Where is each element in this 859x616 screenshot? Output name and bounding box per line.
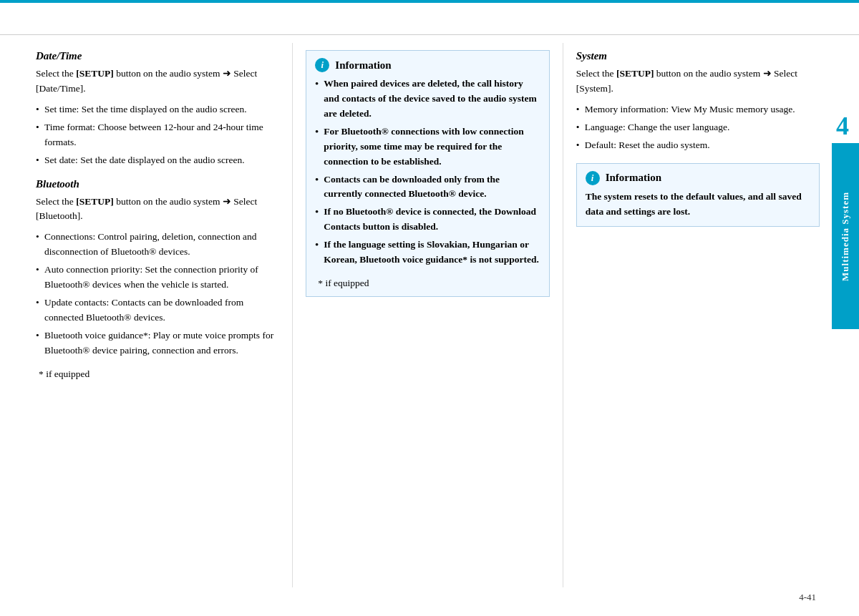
system-info-box: i Information The system resets to the d… [576, 163, 820, 228]
system-bullet-2: Language: Change the user language. [576, 120, 820, 135]
middle-info-box: i Information When paired devices are de… [306, 50, 549, 297]
datetime-bullets: Set time: Set the time displayed on the … [36, 102, 279, 168]
top-accent-line [0, 0, 859, 3]
system-bullet-3: Default: Reset the audio system. [576, 138, 820, 153]
middle-info-header: i Information [315, 58, 540, 72]
middle-info-title: Information [335, 59, 391, 72]
setup-bold-3: [SETUP] [616, 68, 654, 79]
datetime-intro: Select the [SETUP] button on the audio s… [36, 67, 279, 97]
bluetooth-intro: Select the [SETUP] button on the audio s… [36, 195, 279, 225]
bluetooth-section: Bluetooth Select the [SETUP] button on t… [36, 178, 279, 380]
setup-bold-1: [SETUP] [76, 68, 114, 79]
bluetooth-bullets: Connections: Control pairing, deletion, … [36, 230, 279, 358]
info-icon-right: i [586, 171, 600, 185]
system-title: System [576, 50, 820, 62]
info-bullet-4: If no Bluetooth® device is connected, th… [315, 205, 540, 235]
datetime-bullet-3: Set date: Set the date displayed on the … [36, 153, 279, 168]
left-column: Date/Time Select the [SETUP] button on t… [36, 43, 292, 587]
system-info-title: Information [606, 172, 661, 184]
system-info-header: i Information [586, 171, 810, 185]
sidebar-tab: Multimedia System [832, 143, 859, 329]
system-bullet-1: Memory information: View My Music memory… [576, 102, 820, 117]
middle-info-bullets: When paired devices are deleted, the cal… [315, 77, 540, 268]
middle-column: i Information When paired devices are de… [292, 43, 562, 587]
datetime-bullet-2: Time format: Choose between 12-hour and … [36, 120, 279, 150]
info-bullet-5: If the language setting is Slovakian, Hu… [315, 238, 540, 268]
info-icon-middle: i [315, 58, 329, 72]
setup-bold-2: [SETUP] [76, 196, 114, 207]
info-bullet-3: Contacts can be downloaded only from the… [315, 172, 540, 202]
info-bullet-1: When paired devices are deleted, the cal… [315, 77, 540, 122]
system-section: System Select the [SETUP] button on the … [576, 50, 820, 153]
info-bullet-2: For Bluetooth® connections with low conn… [315, 124, 540, 170]
datetime-section: Date/Time Select the [SETUP] button on t… [36, 50, 279, 168]
system-intro: Select the [SETUP] button on the audio s… [576, 67, 820, 97]
bluetooth-bullet-2: Auto connection priority: Set the connec… [36, 263, 279, 293]
right-column: System Select the [SETUP] button on the … [563, 43, 820, 587]
bluetooth-bullet-3: Update contacts: Contacts can be downloa… [36, 295, 279, 326]
content-area: Date/Time Select the [SETUP] button on t… [36, 43, 820, 587]
datetime-bullet-1: Set time: Set the time displayed on the … [36, 102, 279, 117]
bluetooth-bullet-1: Connections: Control pairing, deletion, … [36, 230, 279, 260]
header-divider-line [0, 34, 859, 35]
page-number: 4-41 [799, 592, 816, 603]
bluetooth-bullet-4: Bluetooth voice guidance*: Play or mute … [36, 328, 279, 358]
middle-info-note: * if equipped [318, 278, 540, 289]
sidebar-label: Multimedia System [840, 192, 851, 281]
datetime-title: Date/Time [36, 50, 279, 62]
system-info-text: The system resets to the default values,… [586, 190, 810, 220]
bluetooth-title: Bluetooth [36, 178, 279, 190]
chapter-number: 4 [836, 111, 849, 141]
system-bullets: Memory information: View My Music memory… [576, 102, 820, 153]
bluetooth-note: * if equipped [39, 368, 279, 380]
